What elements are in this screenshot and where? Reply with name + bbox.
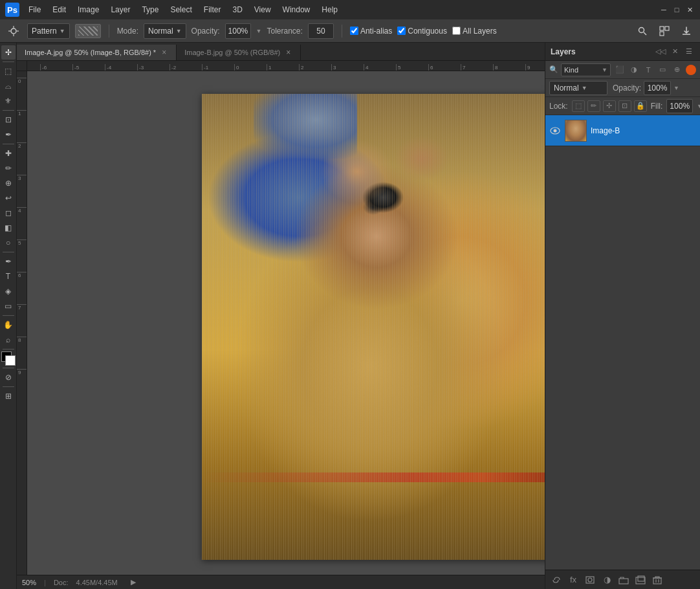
doc-tab-image-a[interactable]: Image-A.jpg @ 50% (Image-B, RGB/8#) * ×: [17, 45, 177, 60]
layer-filter-row: 🔍 Kind ▼ ⬛ ◑ T ▭ ⊕: [545, 61, 700, 79]
menu-edit[interactable]: Edit: [47, 3, 71, 16]
fill-value-display[interactable]: 100%: [666, 99, 693, 113]
opacity-input[interactable]: [225, 23, 251, 39]
close-button[interactable]: ✕: [684, 5, 695, 15]
workspace-icon[interactable]: [656, 23, 673, 39]
doc-tab-image-b[interactable]: Image-B.jpg @ 50% (RGB/8#) ×: [177, 45, 301, 60]
tool-history[interactable]: ↩: [1, 191, 16, 205]
tool-brush[interactable]: ✏: [1, 161, 16, 175]
tool-healing[interactable]: ✚: [1, 146, 16, 161]
search-icon[interactable]: [634, 23, 651, 39]
pattern-dropdown[interactable]: Pattern ▼: [27, 23, 70, 39]
filter-text-btn[interactable]: T: [642, 63, 655, 76]
minimize-button[interactable]: ─: [659, 5, 669, 15]
lock-artboards-btn[interactable]: ⊡: [618, 100, 631, 112]
tool-dodge[interactable]: ○: [1, 236, 16, 250]
filter-smart-btn[interactable]: ⊕: [670, 63, 683, 76]
panel-menu-btn[interactable]: ☰: [683, 46, 695, 58]
blend-mode-dropdown[interactable]: Normal ▼: [549, 81, 607, 95]
tool-zoom[interactable]: ⌕: [1, 333, 16, 347]
panel-close-btn[interactable]: ✕: [669, 46, 681, 58]
menu-file[interactable]: File: [23, 3, 46, 16]
filter-shape-btn[interactable]: ▭: [656, 63, 669, 76]
foreground-color[interactable]: [1, 351, 16, 366]
tool-path[interactable]: ◈: [1, 284, 16, 298]
layer-effects-btn[interactable]: fx: [566, 573, 580, 587]
tool-crop[interactable]: ⊡: [1, 113, 16, 127]
options-right: [634, 23, 695, 39]
menu-type[interactable]: Type: [137, 3, 164, 16]
group-layers-btn[interactable]: [617, 573, 631, 587]
all-layers-checkbox[interactable]: [452, 27, 461, 35]
menu-3d[interactable]: 3D: [227, 3, 247, 16]
tool-text[interactable]: T: [1, 269, 16, 283]
ruler-left-tick-6: 6: [17, 272, 27, 304]
tolerance-input[interactable]: [308, 23, 334, 39]
layer-mask-btn[interactable]: [583, 573, 597, 587]
adjustment-layer-btn[interactable]: ◑: [600, 573, 614, 587]
tool-eyedropper[interactable]: ✒: [1, 128, 16, 142]
svg-rect-8: [665, 27, 669, 30]
tool-shape[interactable]: ▭: [1, 299, 16, 313]
lock-transparent-btn[interactable]: ⬚: [572, 100, 585, 112]
lock-position-btn[interactable]: ✢: [603, 100, 616, 112]
layer-visibility-icon[interactable]: [549, 125, 561, 137]
ruler-tick-2: 2: [299, 64, 331, 71]
status-arrow[interactable]: ▶: [128, 577, 138, 588]
delete-layer-btn[interactable]: [650, 573, 664, 587]
tool-clone[interactable]: ⊕: [1, 176, 16, 190]
tool-magic-wand[interactable]: ⚜: [1, 94, 16, 108]
filter-kind-dropdown[interactable]: Kind ▼: [561, 63, 611, 76]
link-layers-btn[interactable]: [549, 573, 563, 587]
maximize-button[interactable]: □: [672, 5, 682, 15]
layer-item-image-b[interactable]: Image-B: [545, 115, 700, 146]
anti-alias-checkbox[interactable]: [350, 27, 358, 35]
panel-header-right: ◁◁ ✕ ☰: [655, 46, 695, 58]
doc-tab-image-a-close[interactable]: ×: [160, 47, 168, 58]
canvas-scroll-area[interactable]: [27, 71, 545, 575]
lock-row: Lock: ⬚ ✏ ✢ ⊡ 🔒 Fill: 100% ▼: [545, 97, 700, 115]
menu-select[interactable]: Select: [165, 3, 197, 16]
blend-opacity-row: Normal ▼ Opacity: 100% ▼: [545, 79, 700, 97]
ruler-tick-6: 6: [428, 64, 461, 71]
menu-filter[interactable]: Filter: [199, 3, 226, 16]
mode-dropdown[interactable]: Normal ▼: [144, 23, 186, 39]
menu-image[interactable]: Image: [72, 3, 104, 16]
menu-view[interactable]: View: [249, 3, 276, 16]
panel-bottom-toolbar: fx ◑: [545, 570, 700, 589]
toolbar: ✢ ⬚ ⌓ ⚜ ⊡ ✒ ✚ ✏ ⊕ ↩ ◻ ◧ ○ ✒ T ◈ ▭ ✋ ⌕ ⊘ …: [0, 43, 17, 589]
svg-rect-7: [660, 27, 664, 30]
doc-tabs: Image-A.jpg @ 50% (Image-B, RGB/8#) * × …: [17, 43, 545, 61]
download-icon[interactable]: [678, 23, 695, 39]
lock-all-btn[interactable]: 🔒: [634, 100, 647, 112]
panel-collapse-btn[interactable]: ◁◁: [655, 46, 666, 58]
titlebar-left: Ps File Edit Image Layer Type Select Fil…: [5, 3, 343, 17]
pattern-dropdown-arrow: ▼: [60, 28, 65, 34]
quick-mask[interactable]: ⊘: [1, 370, 16, 384]
svg-rect-16: [636, 577, 645, 584]
tool-gradient[interactable]: ◧: [1, 221, 16, 235]
filter-pixel-btn[interactable]: ⬛: [613, 63, 626, 76]
tool-lasso[interactable]: ⌓: [1, 79, 16, 93]
menu-help[interactable]: Help: [316, 3, 343, 16]
ruler-tick-neg3: -3: [137, 64, 170, 71]
menu-layer[interactable]: Layer: [105, 3, 135, 16]
new-layer-btn[interactable]: [633, 573, 648, 587]
tool-eraser[interactable]: ◻: [1, 206, 16, 220]
current-tool-icon[interactable]: [5, 23, 22, 39]
opacity-value-display[interactable]: 100%: [644, 81, 671, 95]
menu-bar: File Edit Image Layer Type Select Filter…: [23, 3, 343, 16]
tool-hand[interactable]: ✋: [1, 318, 16, 332]
contiguous-checkbox[interactable]: [397, 27, 406, 35]
screen-mode[interactable]: ⊞: [1, 389, 16, 403]
filter-adjust-btn[interactable]: ◑: [628, 63, 640, 76]
menu-window[interactable]: Window: [278, 3, 316, 16]
lock-image-btn[interactable]: ✏: [587, 100, 600, 112]
filter-search-icon[interactable]: 🔍: [549, 65, 558, 74]
filter-toggle-btn[interactable]: [686, 65, 696, 75]
tool-pen[interactable]: ✒: [1, 254, 16, 269]
tool-move[interactable]: ✢: [1, 45, 16, 60]
pattern-preview[interactable]: [75, 24, 101, 38]
doc-tab-image-b-close[interactable]: ×: [284, 47, 292, 58]
tool-marquee[interactable]: ⬚: [1, 64, 16, 78]
